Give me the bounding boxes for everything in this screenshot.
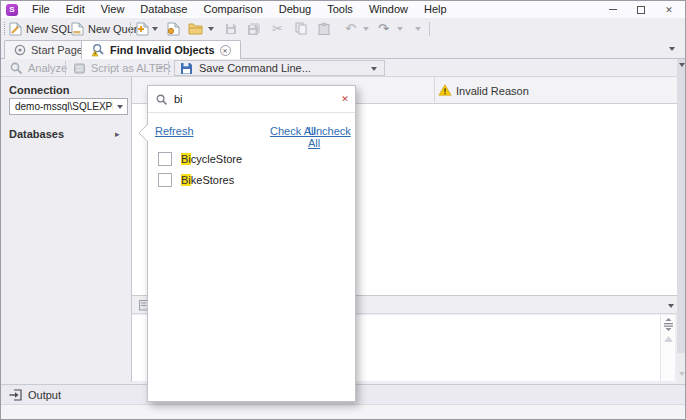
close-button[interactable]: ✕ bbox=[655, 1, 683, 18]
new-object-button[interactable] bbox=[167, 21, 180, 36]
tab-start-page[interactable]: Start Page bbox=[4, 40, 93, 59]
tab-find-invalid-objects[interactable]: Find Invalid Objects ✕ bbox=[81, 40, 241, 59]
new-query-button[interactable]: New Query bbox=[71, 19, 143, 38]
database-list-item: BikeStores bbox=[148, 169, 355, 190]
tab-list-dropdown[interactable] bbox=[669, 47, 675, 51]
open-file-dropdown[interactable] bbox=[208, 27, 214, 31]
script-pane-dropdown[interactable] bbox=[668, 304, 674, 308]
database-item-label-rest: cycleStore bbox=[191, 153, 242, 165]
close-icon: ✕ bbox=[665, 5, 673, 15]
database-checkbox-bicyclestore[interactable] bbox=[158, 152, 172, 166]
window-controls: ✕ bbox=[599, 1, 683, 18]
start-page-icon bbox=[14, 44, 26, 56]
tab-close-icon: ✕ bbox=[223, 47, 228, 54]
invalid-reason-header-label[interactable]: Invalid Reason bbox=[456, 85, 529, 97]
tab-close-button[interactable]: ✕ bbox=[220, 45, 231, 56]
title-bar: S File Edit View Database Comparison Deb… bbox=[1, 1, 685, 18]
vertical-scroll-track-lower[interactable] bbox=[677, 353, 686, 384]
new-document-button[interactable] bbox=[136, 21, 149, 36]
analyze-button[interactable]: Analyze bbox=[9, 59, 67, 77]
tab-find-invalid-objects-label: Find Invalid Objects bbox=[110, 44, 215, 56]
script-as-alter-button[interactable]: Script as ALTER bbox=[73, 59, 171, 77]
menu-help[interactable]: Help bbox=[416, 1, 455, 18]
minimize-icon bbox=[609, 9, 617, 10]
copy-button[interactable] bbox=[295, 21, 307, 36]
toolbar-grip[interactable] bbox=[4, 22, 5, 35]
new-object-icon bbox=[167, 22, 180, 36]
scroll-down-icon[interactable] bbox=[679, 372, 685, 376]
uncheck-all-link[interactable]: Uncheck All bbox=[308, 125, 355, 149]
menu-comparison[interactable]: Comparison bbox=[195, 1, 270, 18]
menu-edit[interactable]: Edit bbox=[58, 1, 93, 18]
redo-dropdown[interactable] bbox=[397, 27, 403, 31]
search-match-highlight: Bi bbox=[181, 174, 191, 186]
new-document-dropdown[interactable] bbox=[152, 27, 158, 31]
new-sql-button[interactable]: New SQL bbox=[9, 19, 73, 38]
redo-button[interactable]: ↷ bbox=[378, 21, 389, 36]
menu-debug[interactable]: Debug bbox=[271, 1, 319, 18]
output-icon bbox=[9, 389, 22, 401]
cmdbar-separator-1 bbox=[65, 61, 66, 75]
save-button[interactable] bbox=[225, 21, 237, 36]
cmdbar-separator-2 bbox=[168, 61, 169, 75]
search-match-highlight: Bi bbox=[181, 153, 191, 165]
menu-file[interactable]: File bbox=[24, 1, 58, 18]
invalid-reason-header-icon bbox=[438, 83, 452, 97]
database-list-item: BicycleStore bbox=[148, 148, 355, 169]
maximize-button[interactable] bbox=[627, 1, 655, 18]
save-icon bbox=[225, 23, 237, 35]
output-tab[interactable]: Output bbox=[1, 389, 61, 401]
open-file-button[interactable] bbox=[188, 21, 203, 36]
database-checkbox-bikestores[interactable] bbox=[158, 173, 172, 187]
new-sql-icon bbox=[9, 22, 22, 36]
clear-search-button[interactable]: ✕ bbox=[335, 94, 355, 104]
database-item-label-rest: keStores bbox=[191, 174, 234, 186]
menu-database[interactable]: Database bbox=[132, 1, 195, 18]
maximize-icon bbox=[637, 6, 645, 14]
connection-label: Connection bbox=[9, 84, 70, 96]
save-all-button[interactable] bbox=[247, 21, 261, 36]
app-window: S File Edit View Database Comparison Deb… bbox=[0, 0, 686, 420]
vertical-scroll-track[interactable] bbox=[677, 59, 686, 353]
redo-icon: ↷ bbox=[378, 22, 389, 36]
database-item-label: BicycleStore bbox=[181, 153, 242, 165]
database-search-input[interactable] bbox=[174, 89, 335, 109]
copy-icon bbox=[295, 22, 307, 35]
cut-button[interactable]: ✂ bbox=[272, 21, 283, 36]
script-as-alter-dropdown[interactable] bbox=[158, 66, 164, 70]
script-as-alter-icon bbox=[73, 62, 86, 75]
database-search-row: ✕ bbox=[148, 86, 355, 113]
document-tab-bar: Start Page Find Invalid Objects ✕ bbox=[1, 39, 685, 59]
new-query-icon bbox=[71, 22, 84, 36]
editor-scrollbar[interactable] bbox=[660, 315, 675, 381]
tab-start-page-label: Start Page bbox=[31, 44, 83, 56]
scroll-up-icon[interactable] bbox=[664, 336, 673, 342]
grid-column-divider[interactable] bbox=[434, 77, 435, 104]
databases-label: Databases bbox=[9, 128, 64, 140]
databases-filter-popup: ✕ Refresh Check All Uncheck All BicycleS… bbox=[147, 85, 356, 402]
output-tab-label: Output bbox=[28, 389, 61, 401]
menu-tools[interactable]: Tools bbox=[319, 1, 361, 18]
save-command-line-icon bbox=[180, 62, 193, 75]
undo-dropdown[interactable] bbox=[363, 27, 369, 31]
analyze-icon bbox=[9, 61, 23, 75]
menu-window[interactable]: Window bbox=[361, 1, 416, 18]
new-sql-label: New SQL bbox=[26, 23, 73, 35]
connection-dropdown-button[interactable] bbox=[113, 105, 127, 109]
toolbar-separator-2 bbox=[429, 22, 430, 36]
undo-button[interactable]: ↶ bbox=[345, 21, 356, 36]
cmdbar-overflow-dropdown[interactable] bbox=[679, 63, 685, 67]
paste-button[interactable] bbox=[318, 21, 330, 36]
connection-combobox[interactable]: demo-mssql\SQLEXPRESS bbox=[9, 98, 128, 115]
save-command-line-button[interactable]: Save Command Line... bbox=[174, 60, 385, 76]
toolbar-extra-dropdown[interactable] bbox=[415, 27, 421, 31]
minimize-button[interactable] bbox=[599, 1, 627, 18]
databases-expander-icon[interactable]: ▸ bbox=[115, 129, 120, 139]
refresh-link[interactable]: Refresh bbox=[155, 125, 194, 137]
command-toolbar: Analyze Script as ALTER Save Command Lin… bbox=[1, 59, 685, 77]
save-command-line-label: Save Command Line... bbox=[199, 62, 311, 74]
paste-icon bbox=[318, 22, 330, 35]
save-command-line-dropdown[interactable] bbox=[371, 67, 377, 71]
splitter-handle-icon[interactable] bbox=[663, 318, 674, 332]
menu-view[interactable]: View bbox=[93, 1, 133, 18]
